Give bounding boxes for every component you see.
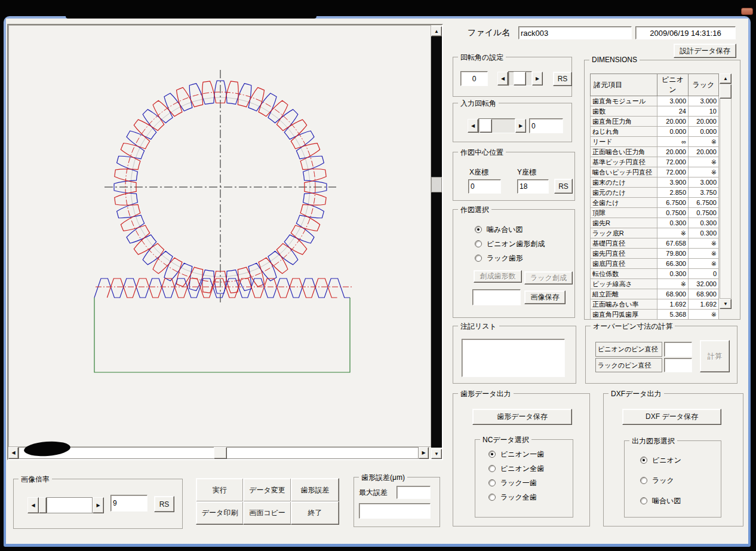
- rack-pin-diameter-field[interactable]: [664, 358, 692, 372]
- input-rotation-field[interactable]: [529, 118, 563, 133]
- x-coordinate-field[interactable]: [468, 179, 501, 194]
- generated-tooth-count-input[interactable]: [473, 290, 520, 305]
- zoom-left-button[interactable]: ◀: [27, 497, 39, 513]
- dimension-row[interactable]: 正面噛み合い率1.6921.692: [591, 299, 719, 310]
- radio-button-icon[interactable]: [488, 451, 496, 458]
- input-rotation-input[interactable]: [530, 119, 563, 133]
- dimension-row[interactable]: 基準ピッチ円直径72.000※: [591, 157, 719, 167]
- radio-button-icon[interactable]: [488, 494, 496, 501]
- zoom-rs-button[interactable]: RS: [154, 496, 174, 512]
- dimension-row[interactable]: 頂隙0.75000.7500: [591, 208, 719, 218]
- radio-option[interactable]: ピニオン一歯: [488, 449, 544, 459]
- dimension-row[interactable]: 歯底円直径66.300※: [591, 259, 719, 269]
- close-icon[interactable]: [741, 8, 753, 15]
- canvas-vscroll-up-button[interactable]: ▲: [431, 26, 442, 36]
- dimension-row[interactable]: リード∞※: [591, 137, 719, 147]
- dims-scroll-down-button[interactable]: ▼: [720, 299, 732, 309]
- save-design-data-button[interactable]: 設計データ保存: [674, 44, 736, 58]
- error-detail-input[interactable]: [359, 504, 430, 518]
- file-name-input[interactable]: [519, 27, 631, 39]
- dimension-row[interactable]: 全歯たけ6.75006.7500: [591, 198, 719, 208]
- dimension-row[interactable]: 歯元のたけ2.8503.750: [591, 188, 719, 198]
- max-error-field[interactable]: [397, 486, 431, 499]
- rack-pin-diameter-input[interactable]: [665, 359, 692, 372]
- generated-tooth-count-field[interactable]: [472, 289, 521, 305]
- rotation-scroll-thumb[interactable]: [514, 72, 526, 85]
- dimension-row[interactable]: 正面噛合い圧力角20.00020.000: [591, 147, 719, 157]
- dimension-row[interactable]: 歯数2410: [591, 106, 719, 117]
- dims-scroll-up-button[interactable]: ▲: [720, 74, 732, 84]
- zoom-right-button[interactable]: ▶: [93, 497, 104, 513]
- radio-button-icon[interactable]: [475, 226, 482, 233]
- rotation-angle-input[interactable]: [461, 72, 487, 85]
- tooth-error-button[interactable]: 歯形誤差: [291, 478, 339, 502]
- dimension-row[interactable]: 組立距離68.90068.900: [591, 289, 719, 299]
- zoom-value-input[interactable]: [111, 495, 147, 511]
- radio-option[interactable]: ラック全歯: [488, 492, 544, 502]
- rotation-rs-button[interactable]: RS: [553, 72, 572, 86]
- radio-button-icon[interactable]: [640, 477, 647, 484]
- y-coordinate-field[interactable]: [517, 179, 549, 194]
- error-detail-field[interactable]: [359, 503, 431, 519]
- print-data-button[interactable]: データ印刷: [196, 501, 244, 525]
- pinion-pin-diameter-input[interactable]: [665, 342, 692, 356]
- notes-listbox[interactable]: [462, 339, 565, 377]
- save-image-button[interactable]: 画像保存: [524, 290, 566, 304]
- radio-option[interactable]: 噛合い図: [640, 496, 681, 506]
- dimension-row[interactable]: 歯直角圧力角20.00020.000: [591, 117, 719, 127]
- x-coordinate-input[interactable]: [469, 180, 500, 193]
- dims-scroll-track[interactable]: [720, 84, 732, 299]
- rotation-left-button[interactable]: ◀: [497, 72, 508, 85]
- canvas-hscroll-left-button[interactable]: ◀: [8, 447, 19, 459]
- radio-button-icon[interactable]: [640, 457, 647, 464]
- dimension-row[interactable]: 歯先円直径79.800※: [591, 249, 719, 259]
- canvas-vscroll-thumb[interactable]: [431, 177, 442, 192]
- radio-option[interactable]: ラック: [640, 476, 681, 485]
- dimension-row[interactable]: 転位係数0.3000: [591, 269, 719, 279]
- input-rotation-scroll-thumb[interactable]: [480, 119, 492, 133]
- center-rs-button[interactable]: RS: [554, 179, 573, 194]
- change-data-button[interactable]: データ変更: [243, 478, 291, 502]
- radio-button-icon[interactable]: [488, 465, 496, 472]
- canvas-hscroll-thumb[interactable]: [214, 447, 227, 459]
- calculate-button[interactable]: 計算: [700, 340, 730, 372]
- rotation-right-button[interactable]: ▶: [532, 72, 543, 85]
- zoom-scroll-track[interactable]: [47, 497, 93, 513]
- exit-button[interactable]: 終了: [291, 501, 339, 525]
- y-coordinate-input[interactable]: [518, 180, 548, 193]
- canvas-vscroll-track-redacted[interactable]: [431, 36, 442, 448]
- input-rotation-left-button[interactable]: ◀: [468, 119, 478, 133]
- dimension-row[interactable]: 歯直角モジュール3.0003.000: [591, 96, 719, 106]
- max-error-input[interactable]: [397, 486, 430, 498]
- radio-button-icon[interactable]: [475, 255, 482, 262]
- dimension-row[interactable]: 基礎円直径67.658※: [591, 238, 719, 249]
- generated-tooth-count-button[interactable]: 創成歯形数: [474, 270, 522, 283]
- radio-option[interactable]: ピニオン: [640, 455, 681, 465]
- zoom-scroll-thumb[interactable]: [39, 497, 47, 513]
- zoom-value-field[interactable]: [110, 495, 147, 512]
- canvas-vscroll-down-button[interactable]: ▼: [431, 449, 442, 459]
- rack-generate-button[interactable]: ラック創成: [524, 271, 573, 284]
- dimension-row[interactable]: 歯末のたけ3.9003.000: [591, 177, 719, 188]
- canvas-hscroll-right-button[interactable]: ▶: [419, 447, 429, 459]
- dimension-row[interactable]: 噛合いピッチ円直径72.000※: [591, 167, 719, 177]
- file-name-field[interactable]: [518, 26, 632, 39]
- radio-option[interactable]: ピニオン歯形創成: [475, 239, 545, 249]
- dimension-row[interactable]: ピッチ線高さ※32.000: [591, 279, 719, 289]
- save-dxf-data-button[interactable]: DXF データ保存: [622, 409, 721, 425]
- radio-button-icon[interactable]: [488, 479, 496, 486]
- dimension-row[interactable]: 歯先R0.3000.300: [591, 218, 719, 228]
- dimension-row[interactable]: ラック底R※0.300: [591, 228, 719, 238]
- input-rotation-right-button[interactable]: ▶: [515, 119, 526, 133]
- radio-option[interactable]: 噛み合い図: [475, 225, 545, 234]
- radio-button-icon[interactable]: [475, 240, 482, 247]
- pinion-pin-diameter-field[interactable]: [664, 342, 692, 357]
- radio-option[interactable]: ピニオン全歯: [488, 464, 544, 473]
- radio-option[interactable]: ラック歯形: [475, 253, 545, 263]
- radio-option[interactable]: ラック一歯: [488, 478, 544, 488]
- dimension-row[interactable]: 歯直角円弧歯厚5.368※: [591, 310, 719, 320]
- dimension-row[interactable]: ねじれ角0.0000.000: [591, 127, 719, 137]
- radio-button-icon[interactable]: [640, 497, 647, 504]
- save-tooth-data-button[interactable]: 歯形データ保存: [472, 409, 572, 425]
- rotation-angle-field[interactable]: [460, 71, 488, 86]
